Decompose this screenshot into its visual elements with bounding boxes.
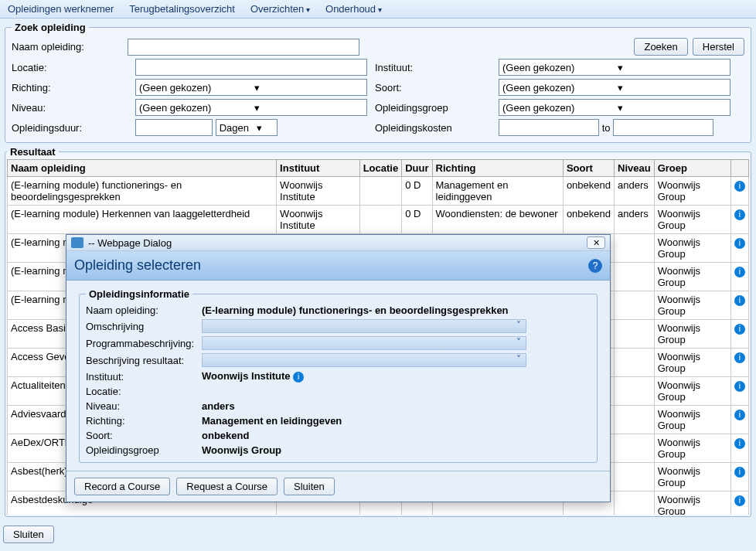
table-row[interactable]: (E-learning module) Herkennen van laagge… bbox=[8, 206, 749, 234]
column-header[interactable] bbox=[730, 160, 748, 177]
info-icon[interactable]: i bbox=[734, 295, 745, 306]
help-icon[interactable]: ? bbox=[588, 259, 602, 273]
cell-instituut: Woonwijs Institute bbox=[277, 177, 360, 206]
record-course-button[interactable]: Record a Course bbox=[74, 478, 170, 495]
cell-niveau bbox=[615, 263, 655, 291]
dlabel-richting: Richting: bbox=[86, 415, 202, 427]
input-kosten-to[interactable] bbox=[613, 119, 713, 136]
cell-groep: Woonwijs Group bbox=[654, 406, 730, 434]
dlabel-omschrijving: Omschrijving bbox=[86, 321, 202, 332]
column-header[interactable]: Richting bbox=[432, 160, 563, 177]
chevron-down-icon[interactable]: ▾ bbox=[250, 82, 366, 94]
info-icon[interactable]: i bbox=[734, 181, 745, 192]
label-to: to bbox=[602, 122, 611, 134]
cell-naam: (E-learning module) functionerings- en b… bbox=[8, 177, 277, 206]
dialog-close-x[interactable]: ✕ bbox=[587, 236, 605, 249]
info-icon[interactable]: i bbox=[734, 209, 745, 220]
cell-richting: Woondiensten: de bewoner bbox=[432, 206, 563, 234]
expander-programma[interactable] bbox=[202, 336, 526, 350]
select-soort[interactable]: (Geen gekozen)▾ bbox=[499, 79, 730, 96]
cell-groep: Woonwijs Group bbox=[654, 349, 730, 377]
cell-groep: Woonwijs Group bbox=[654, 377, 730, 406]
dlabel-niveau: Niveau: bbox=[86, 400, 202, 412]
table-row[interactable]: (E-learning module) functionerings- en b… bbox=[8, 177, 749, 206]
cell-locatie bbox=[359, 177, 402, 206]
column-header[interactable]: Instituut bbox=[277, 160, 360, 177]
cell-locatie bbox=[359, 206, 402, 234]
top-nav: Opleidingen werknemer Terugbetalingsover… bbox=[0, 0, 756, 19]
column-header[interactable]: Naam opleiding bbox=[8, 160, 277, 177]
cell-niveau bbox=[615, 377, 655, 406]
cell-groep: Woonwijs Group bbox=[654, 263, 730, 291]
column-header[interactable]: Locatie bbox=[359, 160, 402, 177]
dlabel-groep: Opleidingsgroep bbox=[86, 444, 202, 456]
herstel-button[interactable]: Herstel bbox=[693, 38, 744, 56]
dval-richting: Management en leidinggeven bbox=[202, 415, 591, 427]
info-icon[interactable]: i bbox=[734, 352, 745, 363]
dlabel-naam: Naam opleiding: bbox=[86, 304, 202, 316]
cell-niveau bbox=[615, 234, 655, 263]
cell-groep: Woonwijs Group bbox=[654, 234, 730, 263]
input-naam[interactable] bbox=[128, 39, 359, 56]
cell-info: i bbox=[730, 234, 748, 263]
cell-niveau bbox=[615, 434, 655, 463]
info-icon[interactable]: i bbox=[293, 372, 304, 383]
cell-niveau bbox=[615, 349, 655, 377]
column-header[interactable]: Niveau bbox=[615, 160, 655, 177]
select-duur-unit[interactable]: Dagen▾ bbox=[216, 119, 278, 136]
request-course-button[interactable]: Request a Course bbox=[176, 478, 278, 495]
info-icon[interactable]: i bbox=[734, 324, 745, 335]
dialog-info-legend: Opleidingsinformatie bbox=[86, 288, 192, 300]
select-niveau[interactable]: (Geen gekozen)▾ bbox=[135, 99, 367, 116]
label-richting: Richting: bbox=[12, 82, 128, 94]
select-instituut[interactable]: (Geen gekozen)▾ bbox=[499, 59, 730, 76]
dlabel-soort: Soort: bbox=[86, 430, 202, 441]
cell-info: i bbox=[730, 177, 748, 206]
column-header[interactable]: Duur bbox=[402, 160, 432, 177]
info-icon[interactable]: i bbox=[734, 495, 745, 506]
input-locatie[interactable] bbox=[135, 59, 367, 76]
chevron-down-icon[interactable]: ▾ bbox=[252, 122, 277, 134]
dval-niveau: anders bbox=[202, 400, 591, 412]
cell-niveau: anders bbox=[615, 177, 655, 206]
dialog-close-button[interactable]: Sluiten bbox=[284, 478, 335, 495]
cell-info: i bbox=[730, 406, 748, 434]
info-icon[interactable]: i bbox=[734, 410, 745, 420]
select-groep[interactable]: (Geen gekozen)▾ bbox=[499, 99, 730, 116]
dval-naam: (E-learning module) functionerings- en b… bbox=[202, 304, 591, 316]
cell-niveau bbox=[615, 406, 655, 434]
cell-groep: Woonwijs Group bbox=[654, 463, 730, 491]
cell-info: i bbox=[730, 434, 748, 463]
nav-item-terugbetaling[interactable]: Terugbetalingsoverzicht bbox=[129, 3, 235, 15]
nav-item-overzichten[interactable]: Overzichten bbox=[250, 3, 310, 15]
cell-soort: onbekend bbox=[563, 177, 614, 206]
cell-niveau bbox=[615, 463, 655, 491]
chevron-down-icon[interactable]: ▾ bbox=[613, 82, 730, 94]
chevron-down-icon[interactable]: ▾ bbox=[613, 102, 730, 114]
dialog-window-title: -- Webpage Dialog bbox=[88, 237, 172, 249]
cell-groep: Woonwijs Group bbox=[654, 206, 730, 234]
column-header[interactable]: Groep bbox=[654, 160, 730, 177]
expander-omschrijving[interactable] bbox=[202, 319, 526, 333]
input-duur[interactable] bbox=[135, 119, 213, 136]
cell-groep: Woonwijs Group bbox=[654, 491, 730, 515]
info-icon[interactable]: i bbox=[734, 267, 745, 277]
cell-info: i bbox=[730, 206, 748, 234]
cell-duur: 0 D bbox=[402, 206, 432, 234]
column-header[interactable]: Soort bbox=[563, 160, 614, 177]
select-richting[interactable]: (Geen gekozen)▾ bbox=[135, 79, 367, 96]
info-icon[interactable]: i bbox=[734, 467, 745, 478]
chevron-down-icon[interactable]: ▾ bbox=[613, 62, 730, 73]
main-close-button[interactable]: Sluiten bbox=[3, 525, 54, 543]
zoeken-button[interactable]: Zoeken bbox=[634, 38, 687, 56]
dlabel-beschr: Beschrijving resultaat: bbox=[86, 355, 202, 366]
expander-beschr[interactable] bbox=[202, 353, 526, 367]
input-kosten-from[interactable] bbox=[499, 119, 599, 136]
cell-info: i bbox=[730, 349, 748, 377]
chevron-down-icon[interactable]: ▾ bbox=[250, 102, 366, 114]
info-icon[interactable]: i bbox=[734, 238, 745, 249]
info-icon[interactable]: i bbox=[734, 438, 745, 449]
nav-item-opleidingen[interactable]: Opleidingen werknemer bbox=[8, 3, 114, 15]
nav-item-onderhoud[interactable]: Onderhoud bbox=[325, 3, 382, 15]
info-icon[interactable]: i bbox=[734, 381, 745, 392]
